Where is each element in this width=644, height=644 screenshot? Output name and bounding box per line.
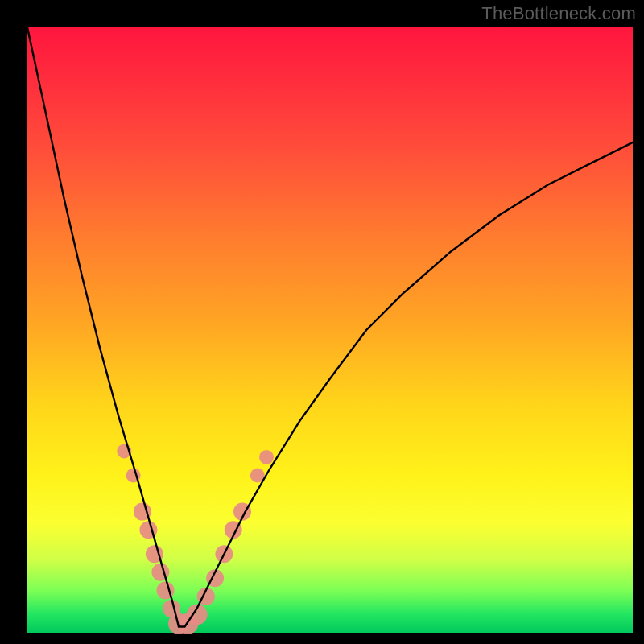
- curve-layer: [27, 27, 633, 633]
- bottleneck-curve: [27, 27, 633, 627]
- data-marker: [259, 450, 274, 464]
- watermark-text: TheBottleneck.com: [481, 3, 636, 24]
- chart-frame: TheBottleneck.com: [0, 0, 644, 644]
- plot-area: [27, 27, 633, 633]
- data-markers: [117, 444, 274, 634]
